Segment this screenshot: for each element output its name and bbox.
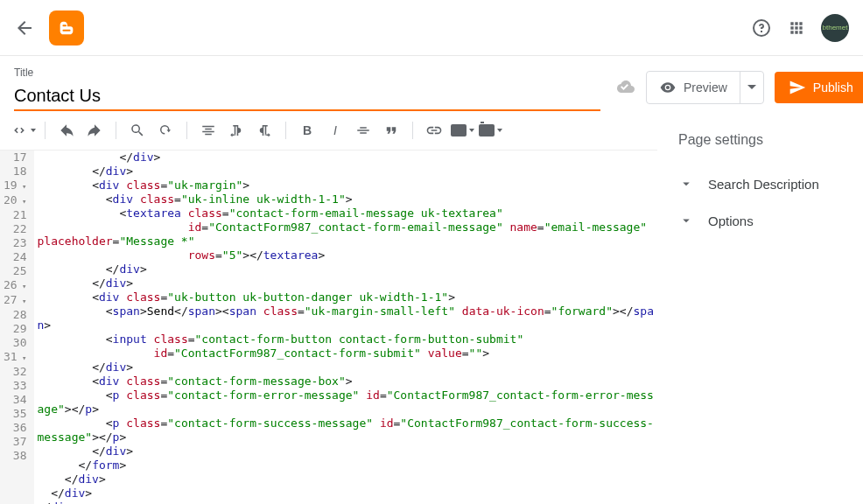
rtl-button[interactable] [252, 118, 277, 143]
page-settings-sidebar: Page settings Search Description Options [657, 111, 863, 504]
cloud-saved-icon [614, 77, 635, 98]
italic-button[interactable]: I [323, 118, 347, 143]
sidebar-item-search-description[interactable]: Search Description [678, 165, 842, 202]
preview-button[interactable]: Preview [647, 72, 740, 103]
blogger-logo[interactable] [49, 10, 84, 46]
title-input[interactable] [14, 82, 600, 111]
quote-button[interactable] [379, 118, 403, 143]
back-button[interactable] [14, 18, 35, 38]
subheader: Title Preview Publish [0, 56, 863, 111]
image-button[interactable] [450, 118, 474, 143]
sidebar-item-label: Options [708, 214, 754, 228]
sidebar-title: Page settings [678, 132, 842, 148]
chevron-down-icon [678, 213, 694, 228]
bold-button[interactable]: B [295, 118, 319, 143]
help-icon[interactable] [751, 18, 772, 38]
title-label: Title [14, 66, 600, 79]
preview-label: Preview [684, 80, 727, 94]
line-gutter: 1718192021222324252627282930313233343536… [0, 150, 34, 504]
preview-dropdown[interactable] [740, 72, 763, 103]
align-button[interactable] [196, 118, 221, 143]
link-button[interactable] [422, 118, 446, 143]
chevron-down-icon [678, 176, 694, 192]
publish-label: Publish [813, 80, 853, 94]
app-header: bthemet [0, 0, 863, 56]
sidebar-item-options[interactable]: Options [678, 202, 842, 239]
publish-button[interactable]: Publish [775, 72, 863, 103]
apps-icon[interactable] [786, 18, 807, 38]
search-button[interactable] [125, 118, 150, 143]
ltr-button[interactable] [224, 118, 249, 143]
view-mode-html-button[interactable] [11, 118, 36, 143]
avatar[interactable]: bthemet [821, 14, 849, 42]
editor-toolbar: B I [0, 111, 657, 150]
video-button[interactable] [478, 118, 502, 143]
strike-button[interactable] [351, 118, 375, 143]
redo-button[interactable] [82, 118, 107, 143]
search-replace-button[interactable] [153, 118, 178, 143]
code-editor[interactable]: 1718192021222324252627282930313233343536… [0, 150, 657, 504]
undo-button[interactable] [54, 118, 79, 143]
sidebar-item-label: Search Description [708, 177, 819, 192]
